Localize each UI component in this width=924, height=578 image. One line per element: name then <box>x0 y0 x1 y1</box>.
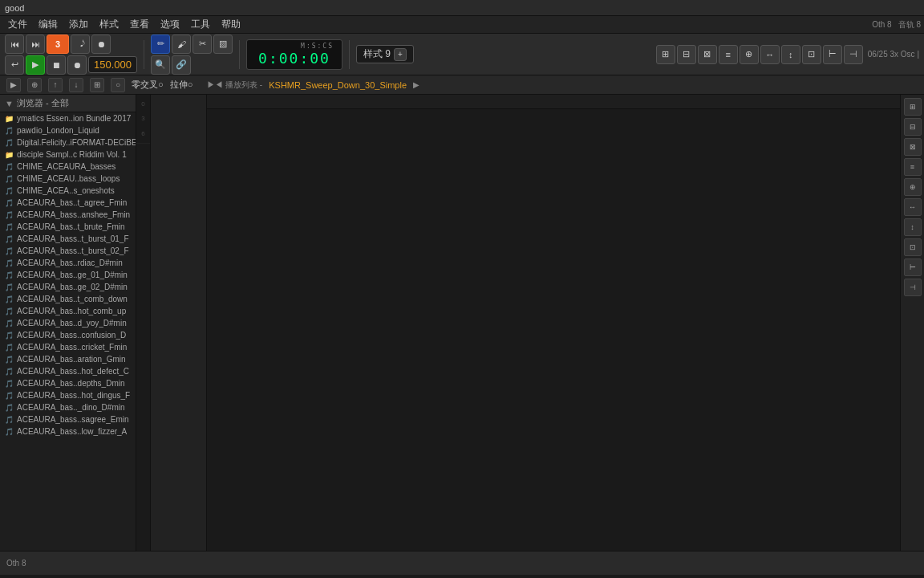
play-button[interactable]: ▶ <box>26 55 45 75</box>
browser-item[interactable]: 🎵ACEAURA_bas..ge_02_D#min <box>0 281 136 293</box>
browser-item[interactable]: 🎵ACEAURA_bas..t_agree_Fmin <box>0 197 136 209</box>
playlist-btn4[interactable]: ↓ <box>69 78 83 92</box>
rs-btn-8[interactable]: ⊡ <box>904 238 922 256</box>
browser-item[interactable]: 🎵CHIME_ACEAURA_basses <box>0 161 136 173</box>
zero-cross-label: 零交叉○ <box>132 79 164 91</box>
erase-tool-button[interactable]: ✂ <box>192 35 212 54</box>
browser-item-label: ACEAURA_bass..hot_defect_C <box>17 367 129 376</box>
browser-item[interactable]: 🎵ACEAURA_bas..ge_01_D#min <box>0 269 136 281</box>
browser-item[interactable]: 🎵CHIME_ACEA..s_oneshots <box>0 185 136 197</box>
pattern-add-button[interactable]: + <box>394 48 407 61</box>
ruler <box>207 95 900 109</box>
browser-item-label: ACEAURA_bass..anshee_Fmin <box>17 210 130 219</box>
browser-button[interactable]: ≡ <box>719 45 738 64</box>
timeline[interactable] <box>207 109 900 551</box>
browser-item[interactable]: 🎵ACEAURA_bass..confusion_D <box>0 329 136 341</box>
menu-help[interactable]: 帮助 <box>217 17 245 32</box>
browser-item[interactable]: 📁ymatics Essen..ion Bundle 2017 <box>0 112 136 124</box>
browser-item[interactable]: 🎵ACEAURA_bass..hot_defect_C <box>0 365 136 377</box>
main-toolbar: ⏮ ⏭ 3 𝅘𝅥𝅮 ⏺ ↩ ▶ ⏹ ⏺ 150.000 ✏ 🖌 ✂ ▧ 🔍 🔗 <box>0 34 924 75</box>
record-mode-button[interactable]: ⏺ <box>91 35 111 54</box>
tracks-container: 036 ⊞ ⊟ ⊠ ≡ ⊕ <box>136 95 924 551</box>
browser-item[interactable]: 🎵CHIME_ACEAU..bass_loops <box>0 173 136 185</box>
menu-options[interactable]: 选项 <box>156 17 184 32</box>
rs-btn-5[interactable]: ⊕ <box>904 178 922 196</box>
rs-btn-6[interactable]: ↔ <box>904 198 922 216</box>
undo-button[interactable]: ↕ <box>781 45 800 64</box>
bpm-display[interactable]: 150.000 <box>88 56 137 73</box>
browser-item[interactable]: 🎵ACEAURA_bas..aration_Gmin <box>0 353 136 365</box>
browser-item[interactable]: 📁disciple Sampl..c Riddim Vol. 1 <box>0 149 136 161</box>
browser-item[interactable]: 🎵pawdio_London_Liquid <box>0 124 136 136</box>
rs-btn-1[interactable]: ⊞ <box>904 98 922 116</box>
menu-style[interactable]: 样式 <box>95 17 124 32</box>
menu-edit[interactable]: 编辑 <box>34 17 63 32</box>
loop-button[interactable]: ↩ <box>5 55 24 75</box>
settings-button[interactable]: ↔ <box>760 45 780 64</box>
number-column: 036 <box>136 95 151 551</box>
rs-btn-9[interactable]: ⊢ <box>904 258 922 276</box>
browser-item[interactable]: 🎵ACEAURA_bass..cricket_Fmin <box>0 341 136 353</box>
playlist-arrow: ▶ <box>413 80 419 89</box>
menu-bar: 文件 编辑 添加 样式 查看 选项 工具 帮助 Oth 8 音轨 8 <box>0 16 924 34</box>
browser-item[interactable]: 🎵ACEAURA_bas..t_brute_Fmin <box>0 221 136 233</box>
time-sig-button[interactable]: 3 <box>47 35 69 54</box>
file-icon: 🎵 <box>5 247 14 255</box>
draw-tool-button[interactable]: ✏ <box>151 35 170 54</box>
browser-item[interactable]: 🎵ACEAURA_bas..t_comb_down <box>0 293 136 305</box>
browser-icon: ▼ <box>5 99 14 108</box>
save-button[interactable]: ⊢ <box>823 45 842 64</box>
rs-btn-7[interactable]: ↕ <box>904 218 922 236</box>
plugin-button[interactable]: ⊕ <box>740 45 759 64</box>
redo-button[interactable]: ⊡ <box>802 45 821 64</box>
zoom-button[interactable]: 🔍 <box>151 55 170 75</box>
browser-item-label: Digital.Felicity..iFORMAT-DECiBEL <box>17 138 136 147</box>
browser-item-label: ACEAURA_bass..sagree_Emin <box>17 415 129 424</box>
mixer-button[interactable]: ⊞ <box>656 45 675 64</box>
zero-cross-button[interactable]: ○ <box>111 78 125 92</box>
rs-btn-10[interactable]: ⊣ <box>904 279 922 296</box>
record-button[interactable]: ⏺ <box>67 55 87 75</box>
rs-btn-4[interactable]: ≡ <box>904 158 922 176</box>
file-icon: 🎵 <box>5 211 14 219</box>
playlist-btn2[interactable]: ⊕ <box>27 78 42 92</box>
browser-item[interactable]: 🎵ACEAURA_bas.._dino_D#min <box>0 401 136 413</box>
browser-item[interactable]: 🎵ACEAURA_bass..low_fizzer_A <box>0 425 136 438</box>
rs-btn-3[interactable]: ⊠ <box>904 138 922 156</box>
playlist-btn5[interactable]: ⊞ <box>90 78 104 92</box>
rewind-button[interactable]: ⏮ <box>5 35 24 54</box>
browser-item[interactable]: 🎵ACEAURA_bas..rdiac_D#min <box>0 257 136 269</box>
file-icon: 🎵 <box>5 163 14 171</box>
metronome-button[interactable]: 𝅘𝅥𝅮 <box>71 35 90 54</box>
browser-item[interactable]: 🎵ACEAURA_bass..t_burst_01_F <box>0 233 136 245</box>
browser-item[interactable]: 🎵ACEAURA_bass..anshee_Fmin <box>0 209 136 221</box>
menu-file[interactable]: 文件 <box>3 17 32 32</box>
menu-view[interactable]: 查看 <box>125 17 154 32</box>
browser-item[interactable]: 🎵ACEAURA_bass..sagree_Emin <box>0 413 136 425</box>
export-button[interactable]: ⊣ <box>844 45 863 64</box>
file-icon: 🎵 <box>5 199 14 207</box>
playlist-name: KSHMR_Sweep_Down_30_Simple <box>269 80 407 90</box>
stop-button[interactable]: ⏹ <box>47 55 66 75</box>
playlist-play-button[interactable]: ▶ <box>6 78 21 92</box>
folder-icon: 📁 <box>5 151 14 159</box>
paint-tool-button[interactable]: 🖌 <box>172 35 191 54</box>
browser-item[interactable]: 🎵ACEAURA_bas..d_yoy_D#min <box>0 317 136 329</box>
browser-item[interactable]: 🎵ACEAURA_bass..hot_dingus_F <box>0 389 136 401</box>
browser-item[interactable]: 🎵ACEAURA_bas..depths_Dmin <box>0 377 136 389</box>
menu-add[interactable]: 添加 <box>64 17 93 32</box>
menu-tools[interactable]: 工具 <box>186 17 215 32</box>
browser-item[interactable]: 🎵ACEAURA_bass..t_burst_02_F <box>0 245 136 257</box>
browser-item[interactable]: 🎵Digital.Felicity..iFORMAT-DECiBEL <box>0 136 136 149</box>
browser-item[interactable]: 🎵ACEAURA_bas..hot_comb_up <box>0 305 136 317</box>
link-button[interactable]: 🔗 <box>172 55 191 75</box>
step-seq-button[interactable]: ⊠ <box>698 45 717 64</box>
playlist-btn3[interactable]: ↑ <box>48 78 63 92</box>
browser-list[interactable]: 📁ymatics Essen..ion Bundle 2017🎵pawdio_L… <box>0 112 136 551</box>
rs-btn-2[interactable]: ⊟ <box>904 118 922 136</box>
select-tool-button[interactable]: ▧ <box>213 35 233 54</box>
browser-item-label: ACEAURA_bass..t_burst_01_F <box>17 234 129 243</box>
ff-button[interactable]: ⏭ <box>26 35 45 54</box>
piano-roll-button[interactable]: ⊟ <box>677 45 696 64</box>
file-icon: 🎵 <box>5 404 14 412</box>
